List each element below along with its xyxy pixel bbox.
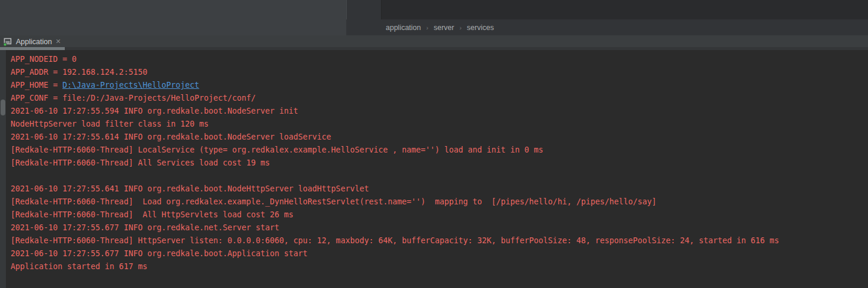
log-line [11, 170, 868, 183]
log-line: APP_NODEID = 0 [11, 53, 868, 66]
breadcrumb-separator-icon: › [459, 24, 462, 31]
log-line: 2021-06-10 17:27:55.594 INFO org.redkale… [11, 105, 868, 118]
log-line: NodeHttpServer load filter class in 120 … [11, 118, 868, 131]
log-line: [Redkale-HTTP:6060-Thread] HttpServer li… [11, 234, 868, 247]
editor-area: application›server›services [0, 0, 868, 35]
log-line: APP_ADDR = 192.168.124.2:5150 [11, 66, 868, 79]
log-line: APP_HOME = D:\Java-Projects\HelloProject [11, 79, 868, 92]
file-path-link[interactable]: D:\Java-Projects\HelloProject [62, 81, 199, 90]
log-text: APP_HOME = [11, 81, 62, 90]
log-line: Application started in 617 ms [11, 260, 868, 273]
editor-pane-left [0, 0, 346, 35]
log-line: 2021-06-10 17:27:55.677 INFO org.redkale… [11, 247, 868, 260]
close-icon[interactable]: ✕ [55, 38, 61, 45]
breadcrumb: application›server›services [386, 24, 494, 32]
log-line: 2021-06-10 17:27:55.614 INFO org.redkale… [11, 131, 868, 144]
console-log: APP_NODEID = 0APP_ADDR = 192.168.124.2:5… [11, 53, 868, 273]
run-toolwindow-tab-bar: Application ✕ [0, 35, 868, 50]
tab-application[interactable]: Application ✕ [0, 35, 65, 48]
log-line: [Redkale-HTTP:6060-Thread] All Services … [11, 157, 868, 170]
log-line: [Redkale-HTTP:6060-Thread] LocalService … [11, 144, 868, 157]
ide-screen: application›server›services Application … [0, 0, 868, 288]
breadcrumb-separator-icon: › [426, 24, 429, 31]
console-scrollbar-track [0, 50, 6, 288]
editor-pane-divider [346, 0, 382, 19]
console-scrollbar-thumb[interactable] [1, 100, 5, 115]
breadcrumb-item-application[interactable]: application [386, 24, 421, 32]
run-console-icon [3, 37, 12, 47]
log-line: 2021-06-10 17:27:55.677 INFO org.redkale… [11, 221, 868, 234]
log-line: [Redkale-HTTP:6060-Thread] All HttpServl… [11, 208, 868, 221]
log-line: APP_CONF = file:/D:/Java-Projects/HelloP… [11, 92, 868, 105]
breadcrumb-item-server[interactable]: server [433, 24, 454, 32]
log-line: 2021-06-10 17:27:55.641 INFO org.redkale… [11, 183, 868, 196]
breadcrumb-bar: application›server›services [346, 19, 868, 35]
log-line: [Redkale-HTTP:6060-Thread] Load org.redk… [11, 196, 868, 208]
tab-application-label: Application [16, 38, 52, 46]
breadcrumb-item-services[interactable]: services [467, 24, 494, 32]
editor-pane-right [382, 0, 868, 19]
console-panel: APP_NODEID = 0APP_ADDR = 192.168.124.2:5… [0, 50, 868, 288]
